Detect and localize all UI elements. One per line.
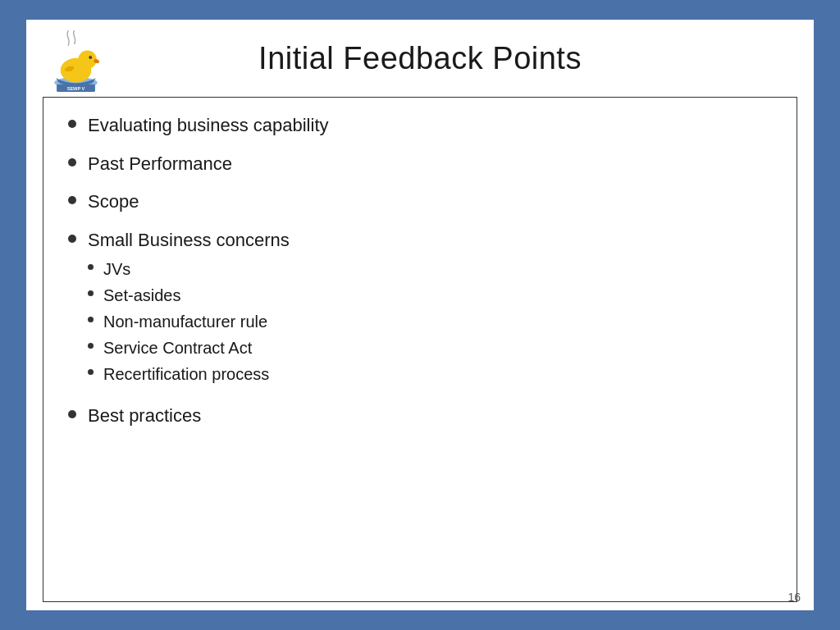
sub-list-item-text: Non-manufacturer rule	[103, 311, 267, 332]
list-item-text: Scope	[88, 190, 139, 214]
bullet-dot-icon	[68, 120, 76, 128]
list-item-text: Past Performance	[88, 153, 232, 176]
content-area: Evaluating business capability Past Perf…	[43, 97, 797, 602]
sub-list-item: Set-asides	[88, 285, 290, 306]
logo-area: SEWP V	[43, 28, 108, 94]
slide-title: Initial Feedback Points	[43, 41, 797, 76]
list-item: Scope	[68, 190, 772, 214]
sub-list-item-text: Recertification process	[103, 363, 269, 385]
list-item-text: Small Business concerns	[88, 230, 290, 250]
sub-bullet-dot-icon	[88, 369, 94, 375]
slide: SEWP V Initial Feedback Points Evaluatin…	[26, 20, 814, 610]
list-item-text: Best practices	[88, 404, 201, 428]
svg-point-4	[90, 56, 91, 57]
bullet-list: Evaluating business capability Past Perf…	[68, 114, 772, 443]
sub-list-item-text: JVs	[103, 258, 130, 280]
list-item: Evaluating business capability	[68, 114, 772, 138]
svg-point-3	[89, 55, 92, 58]
slide-header: SEWP V Initial Feedback Points	[26, 20, 814, 94]
sub-bullet-dot-icon	[88, 343, 94, 349]
sub-bullet-dot-icon	[88, 317, 94, 322]
sub-bullet-dot-icon	[88, 290, 94, 296]
bullet-dot-icon	[68, 196, 76, 204]
sub-list-item: JVs	[88, 258, 290, 280]
duck-logo-icon: SEWP V	[45, 30, 107, 92]
svg-point-2	[78, 50, 97, 69]
list-item: Small Business concerns JVs Set-asides	[68, 229, 772, 390]
sub-list-item-text: Set-asides	[103, 285, 181, 306]
bullet-dot-icon	[68, 235, 76, 243]
sub-bullet-list: JVs Set-asides Non-manufacturer rule	[88, 258, 290, 385]
list-item: Past Performance	[68, 153, 772, 176]
sub-list-item-text: Service Contract Act	[103, 337, 252, 358]
page-number: 16	[788, 591, 801, 604]
bullet-dot-icon	[68, 158, 76, 167]
list-item: Best practices	[68, 404, 772, 428]
sub-list-item: Recertification process	[88, 363, 290, 385]
svg-text:SEWP V: SEWP V	[66, 86, 84, 91]
sub-list-item: Service Contract Act	[88, 337, 290, 358]
bullet-dot-icon	[68, 410, 76, 418]
sub-bullet-dot-icon	[88, 264, 94, 270]
list-item-with-sub: Small Business concerns JVs Set-asides	[88, 229, 290, 390]
sub-list-item: Non-manufacturer rule	[88, 311, 290, 332]
list-item-text: Evaluating business capability	[88, 114, 329, 138]
